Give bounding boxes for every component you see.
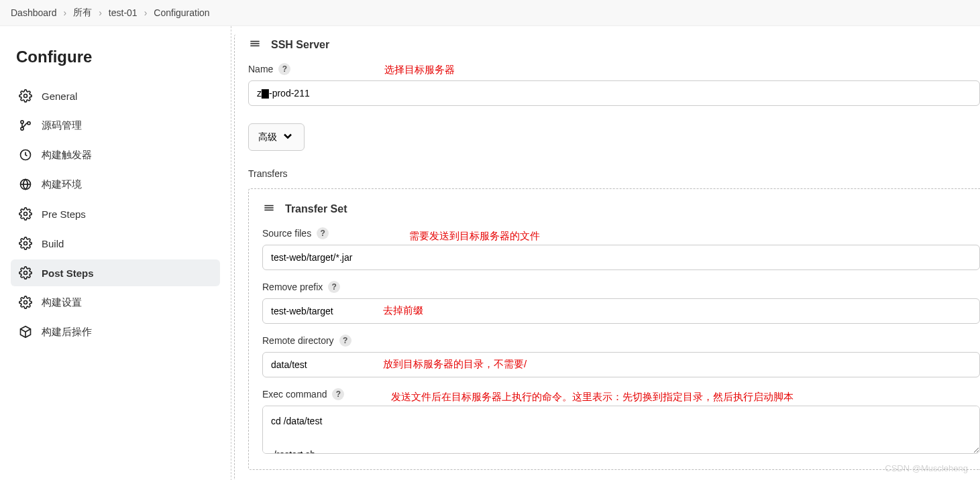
svg-point-9 [24, 301, 28, 304]
chevron-right-icon: › [144, 7, 148, 18]
gear-icon [19, 237, 32, 250]
ssh-name-input[interactable] [248, 80, 980, 106]
gear-icon [19, 207, 32, 221]
watermark: CSDN @Muscleheng [885, 463, 968, 473]
annotation-name: 选择目标服务器 [384, 64, 455, 76]
sidebar-item-label: Post Steps [42, 267, 94, 279]
remote-directory-input[interactable] [262, 352, 980, 377]
source-files-label: Source files [262, 228, 311, 239]
chevron-right-icon: › [64, 7, 67, 18]
sidebar-item-pre-steps[interactable]: Pre Steps [11, 200, 220, 227]
advanced-button[interactable]: 高级 [248, 123, 305, 151]
breadcrumb-item[interactable]: 所有 [73, 7, 92, 19]
remove-prefix-label: Remove prefix [262, 282, 323, 292]
gear-icon [19, 296, 32, 309]
svg-point-0 [24, 95, 28, 98]
sidebar-item-label: Pre Steps [42, 208, 86, 220]
drag-handle-icon[interactable] [248, 37, 262, 52]
annotation-exec: 发送文件后在目标服务器上执行的命令。这里表示：先切换到指定目录，然后执行启动脚本 [391, 391, 794, 404]
remove-prefix-input[interactable] [262, 298, 980, 324]
transfer-set-section: Transfer Set Source files ? 需要发送到目标服务器的文… [248, 188, 980, 470]
help-icon[interactable]: ? [328, 281, 340, 293]
sidebar-item-post-build[interactable]: 构建后操作 [11, 318, 220, 345]
sidebar-item-label: 构建后操作 [42, 326, 92, 339]
sidebar-item-environment[interactable]: 构建环境 [11, 171, 220, 198]
help-icon[interactable]: ? [332, 388, 344, 400]
drag-handle-icon[interactable] [262, 201, 276, 217]
breadcrumb-item[interactable]: Dashboard [11, 7, 57, 18]
sidebar-item-build[interactable]: Build [11, 230, 220, 257]
help-icon[interactable]: ? [339, 335, 351, 347]
sidebar-item-triggers[interactable]: 构建触发器 [11, 141, 220, 168]
section-title: Transfer Set [285, 203, 347, 215]
breadcrumb-item[interactable]: test-01 [109, 7, 138, 18]
source-files-input[interactable] [262, 245, 980, 270]
cube-icon [19, 325, 32, 339]
help-icon[interactable]: ? [317, 227, 329, 239]
svg-point-3 [28, 122, 30, 125]
svg-point-8 [24, 272, 28, 275]
remote-directory-label: Remote directory [262, 335, 334, 346]
chevron-right-icon: › [99, 7, 102, 18]
help-icon[interactable]: ? [278, 63, 290, 75]
breadcrumb: Dashboard › 所有 › test-01 › Configuration [0, 0, 980, 26]
svg-point-1 [21, 121, 23, 123]
globe-icon [19, 178, 32, 191]
sidebar-item-scm[interactable]: 源码管理 [11, 112, 220, 139]
sidebar-item-label: 构建环境 [42, 178, 82, 191]
svg-point-6 [24, 213, 28, 216]
gear-icon [19, 89, 32, 103]
transfers-label: Transfers [248, 168, 980, 179]
exec-command-input[interactable] [262, 406, 980, 454]
clock-icon [19, 148, 32, 162]
exec-command-label: Exec command [262, 389, 327, 400]
gear-icon [19, 266, 32, 280]
annotation-source: 需要发送到目标服务器的文件 [409, 230, 540, 243]
section-title: SSH Server [271, 39, 329, 51]
name-label: Name [248, 64, 273, 74]
sidebar-item-label: 构建触发器 [42, 149, 92, 162]
svg-point-7 [24, 242, 28, 245]
chevron-down-icon [281, 129, 294, 145]
sidebar-item-label: Build [42, 238, 64, 249]
sidebar-item-label: General [42, 91, 77, 102]
svg-point-2 [21, 127, 23, 130]
advanced-label: 高级 [258, 131, 277, 143]
ssh-server-section: SSH Server Name ? 选择目标服务器 高级 Transfe [234, 34, 980, 480]
sidebar: Configure General 源码管理 构建触发器 构建环境 [0, 26, 231, 480]
sidebar-item-post-steps[interactable]: Post Steps [11, 259, 220, 286]
sidebar-item-build-settings[interactable]: 构建设置 [11, 289, 220, 316]
sidebar-item-general[interactable]: General [11, 82, 220, 109]
breadcrumb-item[interactable]: Configuration [154, 7, 209, 18]
page-title: Configure [16, 48, 215, 66]
branch-icon [19, 119, 32, 132]
sidebar-item-label: 构建设置 [42, 296, 82, 309]
sidebar-item-label: 源码管理 [42, 119, 82, 132]
main-content: SSH Server Name ? 选择目标服务器 高级 Transfe [231, 26, 980, 480]
